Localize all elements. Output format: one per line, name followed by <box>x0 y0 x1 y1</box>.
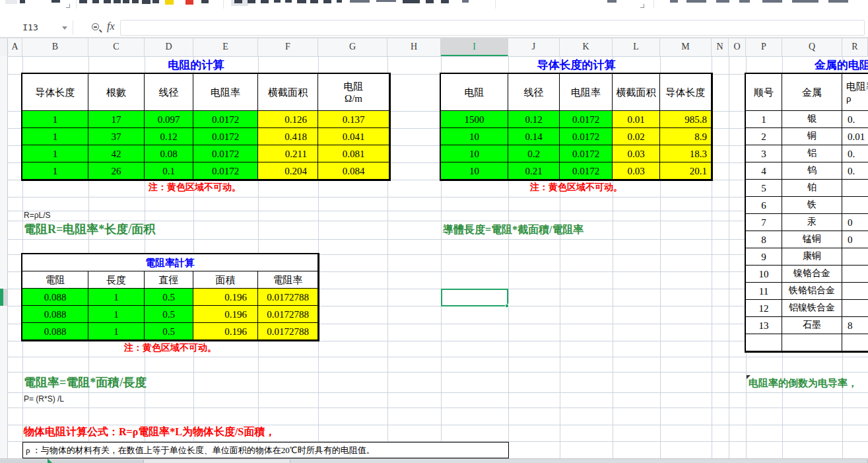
table-cell[interactable]: 4 <box>746 162 782 180</box>
column-header-H[interactable]: H <box>387 38 441 56</box>
table-cell[interactable] <box>842 197 868 214</box>
table-cell[interactable]: 0.081 <box>318 145 389 162</box>
sheet-bar-segment[interactable] <box>290 460 868 463</box>
column-header-O[interactable]: O <box>729 38 746 56</box>
table-cell[interactable] <box>842 248 868 266</box>
table-cell[interactable]: 0.01 <box>613 111 660 128</box>
table-cell[interactable]: 1500 <box>441 111 508 128</box>
table-cell[interactable]: 0.02 <box>613 128 660 145</box>
table-cell[interactable]: 0.12 <box>145 128 193 145</box>
table-cell[interactable]: 1 <box>22 111 88 128</box>
toolbar-icon-fragment[interactable] <box>686 0 706 3</box>
table-cell[interactable]: 0.03 <box>613 162 660 180</box>
toolbar-icon-fragment[interactable] <box>152 0 159 3</box>
table-cell[interactable]: 0.0172 <box>560 128 613 145</box>
table-header-cell[interactable]: 長度 <box>88 271 145 289</box>
formula-resistance[interactable]: 電阻R=电阻率*长度/面积 <box>24 221 155 237</box>
column-header-M[interactable]: M <box>660 38 712 56</box>
table-cell[interactable]: 0.0172788 <box>258 323 318 340</box>
column-header-L[interactable]: L <box>613 38 660 56</box>
table-cell[interactable]: 0.03 <box>613 145 660 162</box>
table-cell[interactable]: 0 <box>842 214 868 231</box>
table-cell[interactable]: 康铜 <box>782 248 842 266</box>
table-cell[interactable]: 10 <box>746 266 782 283</box>
table-cell[interactable]: 1 <box>22 128 88 145</box>
column-header-G[interactable]: G <box>318 38 387 56</box>
formula-rho-small[interactable]: P= (R*S) /L <box>24 394 64 404</box>
table-cell[interactable]: 0.0172 <box>560 145 613 162</box>
title-length[interactable]: 导体长度的计算 <box>441 57 712 74</box>
table-header-cell[interactable]: 金属 <box>782 74 842 111</box>
toolbar-icon-fragment[interactable] <box>123 0 129 3</box>
table-cell[interactable]: 铁 <box>782 197 842 214</box>
table-cell[interactable]: 3 <box>746 145 782 162</box>
table-cell[interactable]: 9 <box>746 248 782 266</box>
table-cell[interactable]: 1 <box>22 162 88 180</box>
table-cell[interactable]: 8.9 <box>660 128 712 145</box>
toolbar-icon-fragment[interactable] <box>441 0 449 3</box>
table-cell[interactable]: 0.137 <box>318 111 389 128</box>
formula-object-rule[interactable]: 物体电阻计算公式：R=ρ電阻率*L为物体长度/S面積， <box>24 425 275 439</box>
table-cell[interactable]: 1 <box>88 323 145 340</box>
name-box-dropdown-icon[interactable] <box>62 26 67 30</box>
toolbar-icon-fragment[interactable] <box>104 0 111 3</box>
table-cell[interactable]: 锰铜 <box>782 231 842 248</box>
table-cell[interactable]: 6 <box>746 197 782 214</box>
table-cell[interactable]: 12 <box>746 300 782 317</box>
toolbar-icon-fragment[interactable] <box>670 0 678 3</box>
sheet-bar-segment[interactable] <box>144 460 290 463</box>
table-cell[interactable]: 铝 <box>782 145 842 162</box>
toolbar-icon-fragment[interactable] <box>165 0 174 5</box>
table-cell[interactable]: 0.0172 <box>193 128 258 145</box>
table-cell[interactable]: 10 <box>441 162 508 180</box>
toolbar-icon-fragment[interactable] <box>79 0 87 3</box>
table-header-cell[interactable]: 直徑 <box>145 271 193 289</box>
table-cell[interactable]: 汞 <box>782 214 842 231</box>
table-cell[interactable]: 0.041 <box>318 128 389 145</box>
column-header-I[interactable]: I <box>441 38 508 56</box>
select-all-corner[interactable] <box>0 38 8 56</box>
table-cell[interactable]: 钨 <box>782 162 842 180</box>
table-cell[interactable]: 0.088 <box>22 306 88 323</box>
toolbar-icon-fragment[interactable] <box>739 0 750 3</box>
toolbar-icon-fragment[interactable] <box>142 0 150 4</box>
table-cell[interactable]: 17 <box>88 111 145 128</box>
table-header-cell[interactable]: 电阻 Ω/m <box>318 74 389 111</box>
table-cell[interactable]: 37 <box>88 128 145 145</box>
table-cell[interactable]: 26 <box>88 162 145 180</box>
table-cell[interactable]: 0.211 <box>258 145 318 162</box>
title-metals[interactable]: 金属的电阻率 <box>746 57 868 74</box>
table-cell[interactable]: 0.196 <box>193 289 258 306</box>
toolbar-icon-fragment[interactable] <box>248 0 255 3</box>
table-cell[interactable]: 7 <box>746 214 782 231</box>
toolbar-icon-fragment[interactable] <box>828 0 848 3</box>
table-cell[interactable]: 1 <box>746 111 782 128</box>
table-header-cell[interactable]: 面積 <box>193 271 258 289</box>
table-cell[interactable] <box>842 334 868 351</box>
table-cell[interactable]: 0.01 <box>842 128 868 145</box>
table-cell[interactable]: 0 <box>842 231 868 248</box>
toolbar-icon-fragment[interactable] <box>337 0 342 3</box>
row-header-strip[interactable] <box>0 56 8 463</box>
table-cell[interactable] <box>842 266 868 283</box>
fx-icon[interactable]: fx <box>107 20 115 32</box>
table-cell[interactable]: 0.097 <box>145 111 193 128</box>
toolbar-icon-fragment[interactable] <box>92 0 99 3</box>
formula-conductivity[interactable]: 电阻率的倒数为电导率， <box>749 377 857 390</box>
column-header-J[interactable]: J <box>508 38 560 56</box>
column-header-R[interactable]: R <box>842 38 868 56</box>
table-cell[interactable]: 0.0172788 <box>258 306 318 323</box>
column-header-N[interactable]: N <box>712 38 729 56</box>
table-cell[interactable]: 1 <box>88 306 145 323</box>
column-header-C[interactable]: C <box>88 38 145 56</box>
note-length[interactable]: 注：黄色区域不可动。 <box>441 182 712 194</box>
toolbar-icon-fragment[interactable] <box>426 0 434 3</box>
toolbar-icon-fragment[interactable] <box>5 0 17 4</box>
table-cell[interactable]: 8 <box>746 231 782 248</box>
search-icon[interactable] <box>92 23 99 30</box>
sheet-bar-segment[interactable] <box>0 460 144 463</box>
table-cell[interactable]: 0.2 <box>508 145 560 162</box>
name-box-value[interactable]: I13 <box>0 22 61 32</box>
table-cell[interactable] <box>842 300 868 317</box>
toolbar-icon-fragment[interactable] <box>376 0 396 2</box>
